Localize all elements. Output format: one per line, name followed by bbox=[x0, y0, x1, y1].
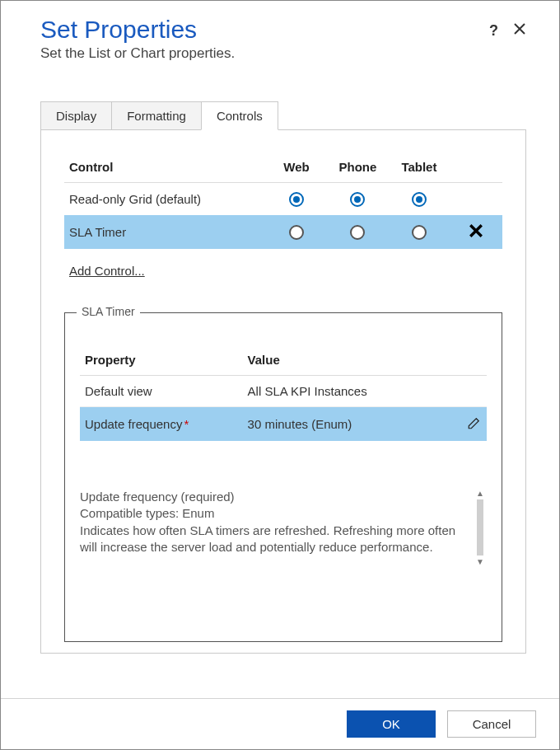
radio-tablet[interactable] bbox=[412, 225, 427, 240]
control-name: SLA Timer bbox=[64, 215, 266, 249]
col-control: Control bbox=[64, 153, 266, 183]
add-control-link[interactable]: Add Control... bbox=[64, 264, 145, 278]
set-properties-dialog: Set Properties Set the List or Chart pro… bbox=[0, 0, 560, 750]
dialog-header: Set Properties Set the List or Chart pro… bbox=[1, 1, 559, 62]
tab-bar: Display Formatting Controls bbox=[40, 101, 526, 130]
property-name: Update frequency* bbox=[80, 407, 243, 442]
desc-line: Compatible types: Enum bbox=[80, 505, 469, 522]
control-row[interactable]: Read-only Grid (default) bbox=[64, 183, 502, 216]
controls-table: Control Web Phone Tablet Read-only Grid … bbox=[64, 153, 502, 249]
property-row[interactable]: Default view All SLA KPI Instances bbox=[80, 376, 487, 407]
control-row[interactable]: SLA Timer bbox=[64, 215, 502, 249]
col-actions bbox=[450, 153, 502, 183]
col-property: Property bbox=[80, 346, 243, 376]
control-name: Read-only Grid (default) bbox=[64, 183, 266, 216]
description-area: Update frequency (required) Compatible t… bbox=[80, 489, 487, 555]
property-value: 30 minutes (Enum) bbox=[243, 407, 446, 442]
dialog-body: Display Formatting Controls Control Web … bbox=[1, 62, 559, 698]
desc-line: Update frequency (required) bbox=[80, 489, 469, 505]
cancel-button[interactable]: Cancel bbox=[447, 710, 536, 738]
scrollbar[interactable]: ▲ ▼ bbox=[474, 489, 487, 566]
scroll-down-icon[interactable]: ▼ bbox=[476, 557, 484, 566]
col-value: Value bbox=[243, 346, 446, 376]
help-icon[interactable]: ? bbox=[489, 22, 498, 40]
fieldset-legend: SLA Timer bbox=[77, 305, 140, 318]
property-name: Default view bbox=[80, 376, 243, 407]
property-value: All SLA KPI Instances bbox=[243, 376, 446, 407]
radio-phone[interactable] bbox=[350, 192, 365, 207]
close-icon[interactable] bbox=[513, 22, 526, 40]
dialog-footer: OK Cancel bbox=[1, 698, 559, 749]
tab-display[interactable]: Display bbox=[40, 101, 112, 129]
ok-button[interactable]: OK bbox=[347, 710, 436, 738]
dialog-subtitle: Set the List or Chart properties. bbox=[40, 45, 489, 62]
title-block: Set Properties Set the List or Chart pro… bbox=[40, 16, 489, 62]
radio-tablet[interactable] bbox=[412, 192, 427, 207]
properties-fieldset: SLA Timer Property Value Default view Al… bbox=[64, 312, 502, 642]
tab-formatting[interactable]: Formatting bbox=[111, 101, 202, 129]
radio-phone[interactable] bbox=[350, 225, 365, 240]
col-tablet: Tablet bbox=[389, 153, 450, 183]
radio-web[interactable] bbox=[289, 192, 304, 207]
scroll-up-icon[interactable]: ▲ bbox=[476, 489, 484, 498]
edit-icon[interactable] bbox=[446, 407, 487, 442]
scroll-thumb[interactable] bbox=[477, 499, 483, 555]
property-row[interactable]: Update frequency* 30 minutes (Enum) bbox=[80, 407, 487, 442]
properties-table: Property Value Default view All SLA KPI … bbox=[80, 346, 487, 441]
col-phone: Phone bbox=[327, 153, 388, 183]
radio-web[interactable] bbox=[289, 225, 304, 240]
controls-panel: Control Web Phone Tablet Read-only Grid … bbox=[40, 130, 526, 654]
description-text: Update frequency (required) Compatible t… bbox=[80, 489, 469, 555]
required-indicator: * bbox=[184, 417, 189, 431]
remove-control-icon[interactable] bbox=[450, 215, 502, 249]
header-icons: ? bbox=[489, 22, 526, 40]
dialog-title: Set Properties bbox=[40, 16, 489, 44]
tab-controls[interactable]: Controls bbox=[201, 101, 278, 130]
desc-line: Indicates how often SLA timers are refre… bbox=[80, 523, 469, 556]
col-web: Web bbox=[266, 153, 327, 183]
